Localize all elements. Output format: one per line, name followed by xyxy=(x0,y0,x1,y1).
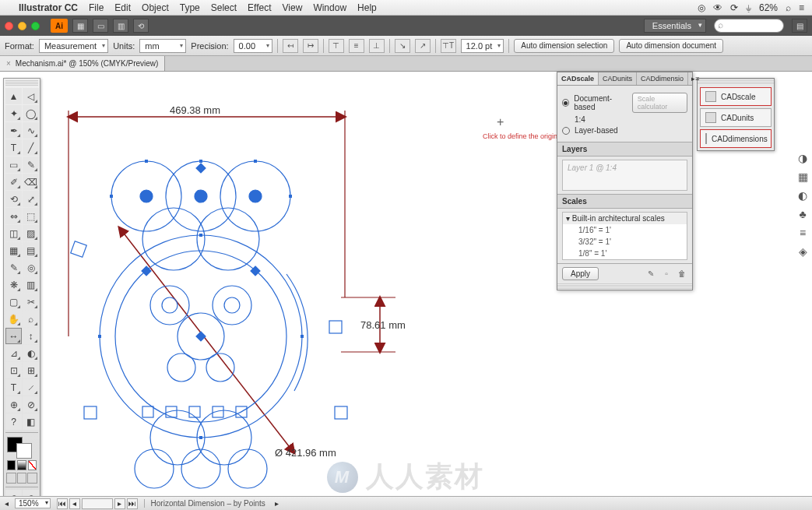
search-input[interactable] xyxy=(714,19,784,33)
perspective-tool[interactable]: ▨ xyxy=(23,225,39,241)
panel-resize-grip[interactable] xyxy=(557,283,692,290)
symbol-sprayer-tool[interactable]: ❋ xyxy=(5,276,22,293)
cad-dimension-tool[interactable]: ↔ xyxy=(5,328,22,344)
cadunits-shortcut[interactable]: CADunits xyxy=(700,108,772,127)
graph-tool[interactable]: ▥ xyxy=(23,276,39,293)
line-tool[interactable]: ╱ xyxy=(23,139,39,156)
toolbar-right-icon[interactable]: ▤ xyxy=(792,19,807,33)
precision-select[interactable]: 0.00 xyxy=(234,39,272,53)
none-mode-button[interactable] xyxy=(28,460,37,470)
eraser-tool[interactable]: ⌫ xyxy=(23,174,39,190)
help-tool[interactable]: ? xyxy=(5,413,22,430)
valign-mid-icon[interactable]: ≡ xyxy=(349,39,364,53)
screen-mode-1[interactable] xyxy=(6,473,16,484)
menu-edit[interactable]: Edit xyxy=(114,2,131,13)
status-menu-icon[interactable]: ≡ xyxy=(799,2,804,13)
close-window-button[interactable] xyxy=(5,22,13,30)
status-info-chevron[interactable]: ▸ xyxy=(275,499,279,508)
color-mode-button[interactable] xyxy=(7,460,16,470)
auto-dim-selection-button[interactable]: Auto dimension selection xyxy=(514,39,614,53)
screen-mode-2[interactable] xyxy=(17,473,27,484)
auto-dim-document-button[interactable]: Auto dimension document xyxy=(619,39,723,53)
menu-view[interactable]: View xyxy=(283,2,303,13)
scale-tool[interactable]: ⤢ xyxy=(23,191,39,207)
width-tool[interactable]: ⇔ xyxy=(5,208,22,224)
arrow-style-1-icon[interactable]: ↘ xyxy=(395,39,410,53)
align-icon-1[interactable]: ↤ xyxy=(283,39,298,53)
next-artboard-button[interactable]: ▸ xyxy=(114,498,125,509)
cad-tool-3[interactable]: ⊿ xyxy=(5,345,22,361)
apply-button[interactable]: Apply xyxy=(562,267,599,280)
shape-builder-tool[interactable]: ◫ xyxy=(5,225,22,241)
scales-list[interactable]: ▾ Built-in architectural scales 1/16" = … xyxy=(562,212,687,260)
dock-brushes-icon[interactable]: ◐ xyxy=(796,188,810,202)
dock-layers-icon[interactable]: ◈ xyxy=(796,244,810,259)
valign-bot-icon[interactable]: ⊥ xyxy=(369,39,385,53)
app-name[interactable]: Illustrator CC xyxy=(19,2,78,13)
mesh-tool[interactable]: ▦ xyxy=(5,242,22,259)
align-icon-2[interactable]: ↦ xyxy=(303,39,318,53)
direct-selection-tool[interactable]: ◁ xyxy=(23,88,39,104)
menu-window[interactable]: Window xyxy=(313,2,346,13)
format-select[interactable]: Measurement xyxy=(39,39,108,53)
scale-calculator-button[interactable]: Scale calculator xyxy=(632,93,687,113)
toolbar-arrange-icon[interactable]: ▭ xyxy=(93,19,108,33)
pencil-tool[interactable]: ✐ xyxy=(5,174,22,190)
text-icon[interactable]: ⊤T xyxy=(441,39,456,53)
menu-type[interactable]: Type xyxy=(180,2,200,13)
menu-effect[interactable]: Effect xyxy=(248,2,271,13)
toggle-tool[interactable]: ◧ xyxy=(23,413,39,430)
cadscale-shortcut[interactable]: CADscale xyxy=(700,87,772,106)
pen-tool[interactable]: ✒ xyxy=(5,122,22,139)
menu-help[interactable]: Help xyxy=(357,2,377,13)
arrow-style-2-icon[interactable]: ↗ xyxy=(415,39,431,53)
caddimensions-shortcut[interactable]: CADdimensions xyxy=(700,129,772,148)
panel-menu-icon[interactable]: ▸≡ xyxy=(688,72,702,85)
gradient-mode-button[interactable] xyxy=(17,460,26,470)
paintbrush-tool[interactable]: ✎ xyxy=(23,157,39,173)
screen-mode-3[interactable] xyxy=(27,473,37,484)
layer-based-radio[interactable] xyxy=(562,127,570,135)
valign-top-icon[interactable]: ⊤ xyxy=(329,39,344,53)
new-scale-icon[interactable]: ▫ xyxy=(661,269,672,280)
doc-based-radio[interactable] xyxy=(562,99,569,107)
scale-item[interactable]: 3/32" = 1' xyxy=(563,236,687,248)
prev-artboard-button[interactable]: ◂ xyxy=(69,498,80,509)
tab-caddimensions[interactable]: CADdimensio xyxy=(637,72,688,85)
edit-scale-icon[interactable]: ✎ xyxy=(645,269,656,280)
zoom-select[interactable]: 150% xyxy=(15,498,51,508)
units-select[interactable]: mm xyxy=(139,39,186,53)
workspace-switcher[interactable]: Essentials xyxy=(644,19,706,33)
dock-symbols-icon[interactable]: ♣ xyxy=(796,207,810,221)
status-left-arrow[interactable]: ◂ xyxy=(5,499,9,508)
zoom-window-button[interactable] xyxy=(31,22,40,30)
cad-tool-7[interactable]: T xyxy=(5,379,22,396)
curvature-tool[interactable]: ∿ xyxy=(23,122,39,139)
cad-tool-9[interactable]: ⊕ xyxy=(5,396,22,413)
toolbar-prefs-icon[interactable]: ⟲ xyxy=(133,19,149,33)
cad-tool-2[interactable]: ↕ xyxy=(23,328,39,344)
dock-swatches-icon[interactable]: ▦ xyxy=(796,170,810,184)
artboard-number[interactable] xyxy=(82,498,113,509)
menu-select[interactable]: Select xyxy=(211,2,237,13)
rotate-tool[interactable]: ⟲ xyxy=(5,191,22,207)
tab-cadscale[interactable]: CADscale xyxy=(557,72,599,85)
zoom-tool[interactable]: ⌕ xyxy=(23,311,39,327)
cad-tool-8[interactable]: ⟋ xyxy=(23,379,39,396)
free-transform-tool[interactable]: ⬚ xyxy=(23,208,39,224)
scale-item[interactable]: 1/8" = 1' xyxy=(563,248,687,259)
selection-tool[interactable]: ▲ xyxy=(5,88,22,104)
menu-file[interactable]: File xyxy=(89,2,104,13)
stroke-swatch[interactable] xyxy=(16,443,32,459)
scale-item[interactable]: 1/16" = 1' xyxy=(563,224,687,236)
layers-list[interactable]: Layer 1 @ 1:4 xyxy=(562,160,687,191)
first-artboard-button[interactable]: ⏮ xyxy=(57,498,68,509)
cad-tool-4[interactable]: ◐ xyxy=(23,345,39,361)
cad-tool-10[interactable]: ⊘ xyxy=(23,396,39,413)
minimize-window-button[interactable] xyxy=(18,22,26,30)
slice-tool[interactable]: ✂ xyxy=(23,294,39,310)
eyedropper-tool[interactable]: ✎ xyxy=(5,259,22,276)
dock-color-icon[interactable]: ◑ xyxy=(796,151,810,165)
type-tool[interactable]: T xyxy=(5,139,22,156)
close-tab-icon[interactable]: × xyxy=(6,59,11,68)
